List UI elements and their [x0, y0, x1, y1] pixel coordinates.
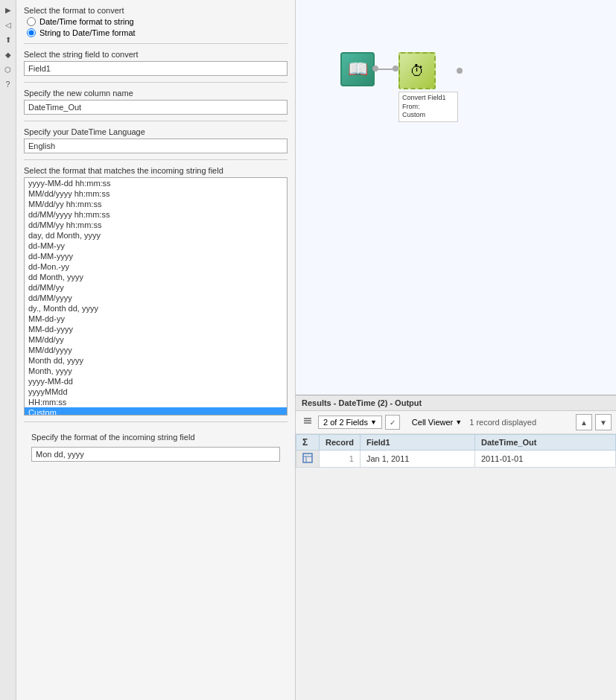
format-item-16[interactable]: MM/dd/yyyy [25, 345, 287, 355]
new-column-value[interactable]: DateTime_Out [24, 100, 288, 115]
col-header-field1: Field1 [360, 435, 474, 451]
datetime-language-section: Specify your DateTime Language English [24, 127, 288, 153]
row-num: 1 [320, 451, 361, 468]
radio-string-to-datetime[interactable]: String to Date/Time format [27, 28, 288, 37]
results-toolbar: 2 of 2 Fields ▼ ✓ Cell Viewer ▼ 1 record… [296, 411, 616, 434]
nav-up-btn[interactable]: ▲ [576, 414, 592, 430]
format-section-label: Select the format to convert [24, 6, 288, 15]
convert-node[interactable]: ⏱ Convert Field1 From: Custom [399, 52, 458, 122]
sidebar: ▶ ◁ ⬆ ◆ ⬡ ? [0, 0, 16, 700]
format-item-7[interactable]: dd-MM-yyyy [25, 251, 287, 261]
results-header: Results - DateTime (2) - Output [296, 395, 616, 411]
format-item-19[interactable]: yyyy-MM-dd [25, 376, 287, 386]
table-row: 1 Jan 1, 2011 2011-01-01 [296, 451, 616, 468]
config-panel: Select the format to convert Date/Time f… [16, 0, 296, 700]
format-item-20[interactable]: yyyyMMdd [25, 386, 287, 397]
convert-label-line3: Custom [402, 111, 454, 120]
format-item-1[interactable]: MM/dd/yyyy hh:mm:ss [25, 188, 287, 199]
fields-badge[interactable]: 2 of 2 Fields ▼ [318, 416, 382, 429]
right-panel: 📖 ⏱ Convert Field1 From: Custom Results … [296, 0, 616, 700]
toolbar-dots-icon [300, 415, 315, 430]
format-item-5[interactable]: day, dd Month, yyyy [25, 230, 287, 241]
input-node[interactable]: 📖 [340, 52, 375, 86]
new-column-label: Specify the new column name [24, 89, 288, 98]
nav-down-btn[interactable]: ▼ [595, 414, 612, 430]
sidebar-icon-up[interactable]: ⬆ [1, 33, 15, 46]
format-item-17[interactable]: Month dd, yyyy [25, 355, 287, 366]
format-list[interactable]: yyyy-MM-dd hh:mm:ss MM/dd/yyyy hh:mm:ss … [24, 177, 288, 416]
format-section: Select the format to convert Date/Time f… [24, 6, 288, 37]
svg-rect-1 [304, 420, 311, 421]
radio-datetime-to-string-input[interactable] [27, 17, 36, 26]
canvas-area: 📖 ⏱ Convert Field1 From: Custom [296, 0, 616, 395]
checkmark-btn[interactable]: ✓ [385, 415, 400, 430]
format-item-6[interactable]: dd-MM-yy [25, 241, 287, 251]
format-item-4[interactable]: dd/MM/yy hh:mm:ss [25, 220, 287, 230]
convert-output-dot [457, 68, 463, 74]
format-string-section: Specify the format of the incoming strin… [24, 428, 288, 466]
svg-rect-0 [304, 418, 311, 419]
format-item-14[interactable]: MM-dd-yyyy [25, 324, 287, 334]
divider-4 [24, 159, 288, 160]
input-node-icon[interactable]: 📖 [340, 52, 375, 86]
sidebar-icon-help[interactable]: ? [1, 77, 15, 91]
format-string-label: Specify the format of the incoming strin… [31, 433, 280, 442]
format-item-2[interactable]: MM/dd/yy hh:mm:ss [25, 199, 287, 209]
format-item-15[interactable]: MM/dd/yy [25, 334, 287, 345]
radio-datetime-to-string-label: Date/Time format to string [39, 17, 134, 26]
divider-3 [24, 121, 288, 121]
cell-viewer-dropdown-icon: ▼ [455, 419, 462, 426]
col-header-datetime-out: DateTime_Out [475, 435, 616, 451]
results-panel: Results - DateTime (2) - Output 2 of 2 F… [296, 395, 616, 468]
convert-node-icon: ⏱ [399, 52, 436, 89]
string-field-value[interactable]: Field1 [24, 61, 288, 76]
svg-rect-3 [303, 454, 312, 462]
svg-rect-2 [304, 422, 311, 424]
divider-5 [24, 421, 288, 422]
connector-dot-right [393, 66, 399, 71]
record-count-text: 1 record displayed [469, 418, 536, 427]
sidebar-icon-diamond[interactable]: ◆ [1, 48, 15, 61]
sidebar-icon-hex[interactable]: ⬡ [1, 63, 15, 76]
results-table: Σ Record Field1 DateTime_Out [296, 434, 616, 468]
format-radio-group: Date/Time format to string String to Dat… [27, 17, 288, 37]
fields-count-text: 2 of 2 Fields [323, 418, 368, 427]
sidebar-icon-run[interactable]: ▶ [1, 3, 15, 16]
cell-datetime-out: 2011-01-01 [475, 451, 616, 468]
cell-viewer-badge[interactable]: Cell Viewer ▼ [412, 418, 462, 427]
format-item-8[interactable]: dd-Mon.-yy [25, 261, 287, 272]
format-item-0[interactable]: yyyy-MM-dd hh:mm:ss [25, 178, 287, 188]
fields-dropdown-icon: ▼ [370, 419, 377, 426]
string-field-section: Select the string field to convert Field… [24, 50, 288, 76]
format-item-11[interactable]: dd/MM/yyyy [25, 293, 287, 303]
format-item-10[interactable]: dd/MM/yy [25, 282, 287, 293]
format-item-21[interactable]: HH:mm:ss [25, 397, 287, 407]
format-item-13[interactable]: MM-dd-yy [25, 314, 287, 324]
format-item-3[interactable]: dd/MM/yyyy hh:mm:ss [25, 209, 287, 220]
incoming-format-label: Select the format that matches the incom… [24, 166, 288, 175]
connector-dot-left [372, 66, 378, 71]
format-item-18[interactable]: Month, yyyy [25, 366, 287, 376]
col-header-sigma: Σ [296, 435, 320, 451]
col-header-record: Record [320, 435, 361, 451]
convert-label-line1: Convert Field1 [402, 94, 454, 103]
convert-node-label: Convert Field1 From: Custom [399, 92, 458, 122]
row-table-icon [296, 451, 320, 468]
string-field-label: Select the string field to convert [24, 50, 288, 59]
format-item-custom[interactable]: Custom [25, 407, 287, 416]
divider-1 [24, 43, 288, 44]
cell-field1: Jan 1, 2011 [360, 451, 474, 468]
results-table-container: Σ Record Field1 DateTime_Out [296, 434, 616, 468]
radio-string-to-datetime-input[interactable] [27, 28, 36, 37]
incoming-format-section: Select the format that matches the incom… [24, 166, 288, 416]
format-item-12[interactable]: dy., Month dd, yyyy [25, 303, 287, 314]
radio-datetime-to-string[interactable]: Date/Time format to string [27, 17, 288, 26]
sidebar-icon-back[interactable]: ◁ [1, 18, 15, 31]
new-column-section: Specify the new column name DateTime_Out [24, 89, 288, 115]
radio-string-to-datetime-label: String to Date/Time format [39, 28, 136, 37]
format-string-value[interactable]: Mon dd, yyyy [31, 447, 280, 462]
datetime-language-label: Specify your DateTime Language [24, 127, 288, 136]
datetime-language-select[interactable]: English [24, 139, 288, 153]
divider-2 [24, 82, 288, 83]
format-item-9[interactable]: dd Month, yyyy [25, 272, 287, 282]
